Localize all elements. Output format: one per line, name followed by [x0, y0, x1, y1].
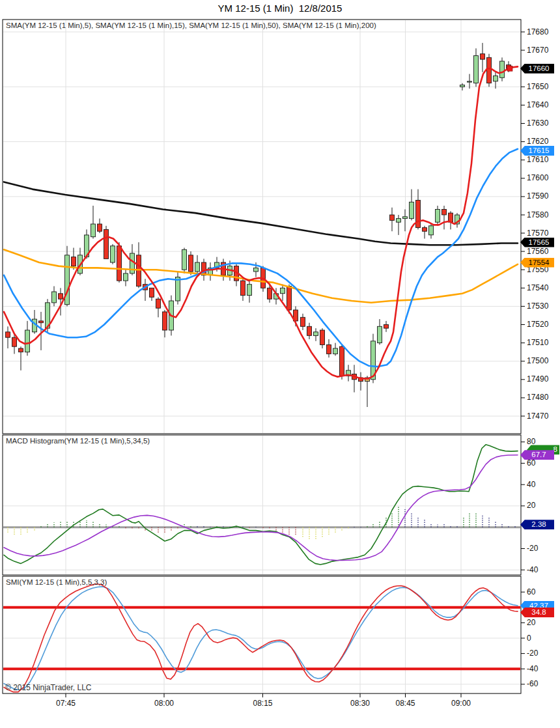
- candle-body: [268, 288, 272, 299]
- candle-body: [117, 246, 122, 281]
- candle-body: [327, 344, 331, 354]
- candlestick: [182, 248, 187, 273]
- candlestick: [143, 279, 148, 301]
- candlestick: [189, 251, 193, 275]
- candlestick: [429, 224, 434, 239]
- candle-body: [12, 337, 17, 346]
- candlestick: [247, 281, 252, 303]
- candle-body: [59, 294, 63, 299]
- candle-body: [163, 312, 167, 330]
- candle-body: [442, 210, 447, 215]
- y-axis-label: -20: [527, 544, 558, 553]
- panel-border: [3, 20, 521, 434]
- candle-body: [436, 210, 440, 223]
- candle-body: [307, 326, 312, 335]
- candlestick: [163, 310, 167, 337]
- candle-body: [104, 229, 109, 259]
- candlestick: [397, 215, 401, 235]
- smi-panel-indicator-label: SMI(YM 12-15 (1 Min),5,5,3,3): [6, 578, 107, 586]
- candlestick: [423, 226, 427, 239]
- candlestick: [487, 54, 492, 87]
- y-axis-label: -20: [527, 649, 558, 658]
- candlestick: [104, 226, 109, 259]
- y-axis-label: 17500: [527, 356, 558, 366]
- candlestick: [307, 323, 312, 339]
- candlestick: [494, 72, 498, 89]
- macd-avg-value-badge: 67.7: [520, 450, 554, 460]
- candlestick: [352, 365, 357, 392]
- candlestick: [111, 244, 115, 264]
- series-line: [4, 182, 518, 245]
- candle-body: [301, 317, 305, 326]
- candlestick: [327, 339, 331, 357]
- candlestick: [481, 43, 485, 72]
- macd-panel-indicator-label: MACD Histogram(YM 12-15 (1 Min),5,34,5): [6, 437, 150, 445]
- candle-body: [384, 325, 389, 329]
- time-axis-label: 08:45: [391, 699, 420, 708]
- macd-panel: [3, 435, 525, 575]
- candlestick: [150, 288, 154, 301]
- chart-title: YM 12-15 (1 Min) 12/8/2015: [0, 3, 560, 14]
- candlestick: [176, 272, 180, 305]
- candlestick: [333, 343, 338, 356]
- y-axis-label: 17530: [527, 301, 558, 311]
- candle-body: [487, 57, 492, 83]
- y-axis-label: 0: [527, 634, 558, 643]
- smi-avg-value-badge: 34.8: [520, 608, 554, 617]
- candle-body: [410, 202, 414, 218]
- y-axis-label: 17680: [527, 27, 558, 37]
- candle-body: [423, 228, 427, 232]
- y-axis-label: 17650: [527, 82, 558, 92]
- candle-body: [378, 326, 382, 343]
- time-axis-ticks: [66, 693, 461, 697]
- macd-zero-value-badge: 2.38: [520, 520, 554, 529]
- sma50-value-badge: 17554: [520, 258, 554, 268]
- candle-body: [189, 255, 193, 272]
- candlestick: [19, 346, 23, 371]
- candle-body: [111, 246, 115, 262]
- y-axis-label: 17560: [527, 247, 558, 257]
- candlestick: [442, 206, 447, 230]
- candle-body: [247, 285, 252, 296]
- y-axis-label: 17490: [527, 374, 558, 384]
- y-axis-label: 17670: [527, 46, 558, 55]
- candle-body: [241, 281, 245, 296]
- candlestick: [156, 297, 161, 317]
- candlestick: [378, 319, 382, 344]
- candle-body: [333, 348, 338, 354]
- candlestick: [449, 211, 453, 229]
- candlestick: [340, 344, 344, 379]
- candle-body: [474, 56, 479, 83]
- y-axis-label: 60: [527, 587, 558, 597]
- candle-body: [91, 224, 96, 237]
- y-axis-label: 20: [527, 501, 558, 511]
- last-price-marker: [507, 66, 512, 71]
- candlestick: [208, 262, 213, 281]
- y-axis-label: 17580: [527, 210, 558, 220]
- candlestick: [410, 189, 414, 221]
- candle-body: [416, 201, 421, 228]
- copyright-text: © 2015 NinjaTrader, LLC: [5, 683, 91, 692]
- candle-body: [176, 277, 180, 301]
- candle-body: [150, 288, 154, 297]
- candle-body: [314, 332, 318, 336]
- candlestick: [320, 328, 325, 348]
- y-axis-label: -60: [527, 679, 558, 689]
- candle-body: [281, 288, 285, 293]
- y-axis-label: 17470: [527, 412, 558, 421]
- sma200-value-badge: 17565: [520, 238, 554, 247]
- candle-body: [460, 85, 465, 87]
- candle-body: [156, 299, 161, 308]
- candle-body: [137, 255, 141, 287]
- candle-body: [320, 330, 325, 345]
- chart-canvas[interactable]: [0, 0, 560, 728]
- y-axis-label: 17510: [527, 338, 558, 348]
- candle-body: [19, 348, 23, 352]
- y-axis-label: 17540: [527, 283, 558, 293]
- candlestick: [365, 376, 370, 407]
- series-line: [4, 455, 518, 561]
- y-axis-label: 17630: [527, 119, 558, 128]
- time-axis-label: 08:30: [346, 699, 374, 708]
- candlestick: [241, 279, 245, 301]
- candle-body: [25, 330, 30, 352]
